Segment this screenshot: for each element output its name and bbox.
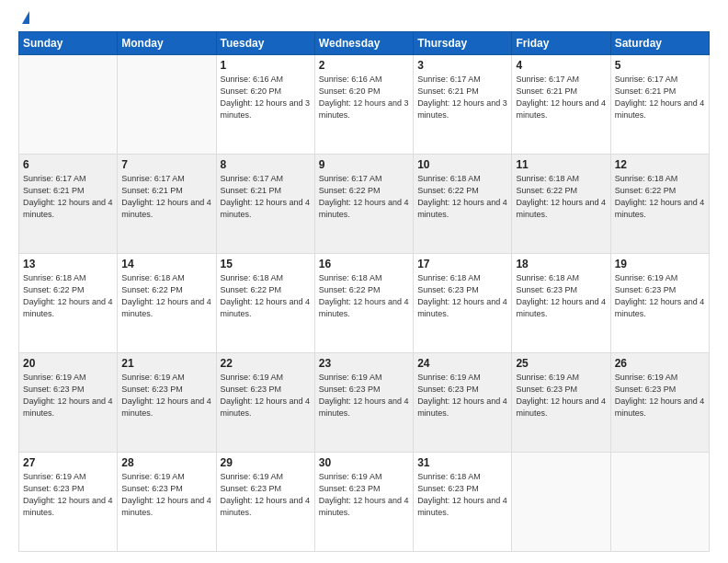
day-number: 2 — [319, 59, 409, 72]
day-info: Sunrise: 6:18 AM Sunset: 6:22 PM Dayligh… — [121, 272, 211, 320]
logo-triangle-icon — [22, 11, 29, 24]
weekday-header-wednesday: Wednesday — [314, 32, 413, 55]
weekday-header-tuesday: Tuesday — [216, 32, 314, 55]
logo — [18, 15, 29, 24]
day-number: 15 — [221, 258, 311, 270]
day-number: 22 — [221, 357, 311, 370]
calendar-cell: 20Sunrise: 6:19 AM Sunset: 6:23 PM Dayli… — [19, 353, 118, 453]
calendar-cell: 7Sunrise: 6:17 AM Sunset: 6:21 PM Daylig… — [118, 155, 216, 254]
day-info: Sunrise: 6:18 AM Sunset: 6:23 PM Dayligh… — [417, 272, 507, 320]
day-number: 28 — [121, 456, 211, 469]
day-info: Sunrise: 6:16 AM Sunset: 6:20 PM Dayligh… — [319, 74, 409, 121]
day-info: Sunrise: 6:18 AM Sunset: 6:22 PM Dayligh… — [516, 173, 606, 221]
day-info: Sunrise: 6:19 AM Sunset: 6:23 PM Dayligh… — [319, 471, 409, 519]
day-info: Sunrise: 6:17 AM Sunset: 6:21 PM Dayligh… — [221, 173, 311, 221]
day-number: 13 — [23, 258, 113, 270]
day-info: Sunrise: 6:19 AM Sunset: 6:23 PM Dayligh… — [221, 372, 311, 419]
day-info: Sunrise: 6:17 AM Sunset: 6:22 PM Dayligh… — [319, 173, 409, 221]
day-number: 25 — [516, 357, 606, 370]
weekday-header-friday: Friday — [512, 32, 610, 55]
calendar-cell: 17Sunrise: 6:18 AM Sunset: 6:23 PM Dayli… — [414, 254, 512, 353]
calendar-cell: 9Sunrise: 6:17 AM Sunset: 6:22 PM Daylig… — [314, 155, 413, 254]
day-number: 11 — [516, 158, 606, 171]
calendar-cell: 24Sunrise: 6:19 AM Sunset: 6:23 PM Dayli… — [414, 353, 512, 453]
day-info: Sunrise: 6:19 AM Sunset: 6:23 PM Dayligh… — [23, 372, 113, 419]
day-number: 1 — [221, 59, 311, 72]
day-number: 17 — [417, 258, 507, 270]
day-number: 31 — [417, 456, 507, 469]
calendar-cell: 23Sunrise: 6:19 AM Sunset: 6:23 PM Dayli… — [314, 353, 413, 453]
day-number: 24 — [417, 357, 507, 370]
day-info: Sunrise: 6:19 AM Sunset: 6:23 PM Dayligh… — [221, 471, 311, 519]
day-info: Sunrise: 6:18 AM Sunset: 6:22 PM Dayligh… — [417, 173, 507, 221]
weekday-header-row: SundayMondayTuesdayWednesdayThursdayFrid… — [19, 32, 710, 55]
day-info: Sunrise: 6:19 AM Sunset: 6:23 PM Dayligh… — [23, 471, 113, 519]
day-info: Sunrise: 6:17 AM Sunset: 6:21 PM Dayligh… — [417, 74, 507, 121]
weekday-header-saturday: Saturday — [610, 32, 709, 55]
calendar-cell — [610, 453, 709, 552]
weekday-header-sunday: Sunday — [19, 32, 118, 55]
calendar-cell: 13Sunrise: 6:18 AM Sunset: 6:22 PM Dayli… — [19, 254, 118, 353]
day-info: Sunrise: 6:16 AM Sunset: 6:20 PM Dayligh… — [221, 74, 311, 121]
day-number: 18 — [516, 258, 606, 270]
day-info: Sunrise: 6:17 AM Sunset: 6:21 PM Dayligh… — [23, 173, 113, 221]
day-number: 14 — [121, 258, 211, 270]
calendar-cell: 31Sunrise: 6:18 AM Sunset: 6:23 PM Dayli… — [414, 453, 512, 552]
day-number: 29 — [221, 456, 311, 469]
calendar-cell: 2Sunrise: 6:16 AM Sunset: 6:20 PM Daylig… — [314, 55, 413, 155]
calendar-cell: 21Sunrise: 6:19 AM Sunset: 6:23 PM Dayli… — [118, 353, 216, 453]
day-number: 4 — [516, 59, 606, 72]
calendar-table: SundayMondayTuesdayWednesdayThursdayFrid… — [18, 31, 710, 552]
day-number: 20 — [23, 357, 113, 370]
day-info: Sunrise: 6:19 AM Sunset: 6:23 PM Dayligh… — [121, 372, 211, 419]
day-number: 10 — [417, 158, 507, 171]
day-info: Sunrise: 6:18 AM Sunset: 6:22 PM Dayligh… — [23, 272, 113, 320]
calendar-cell: 22Sunrise: 6:19 AM Sunset: 6:23 PM Dayli… — [216, 353, 314, 453]
calendar-cell: 27Sunrise: 6:19 AM Sunset: 6:23 PM Dayli… — [19, 453, 118, 552]
day-number: 5 — [615, 59, 705, 72]
day-number: 21 — [121, 357, 211, 370]
day-number: 26 — [615, 357, 705, 370]
calendar-cell: 3Sunrise: 6:17 AM Sunset: 6:21 PM Daylig… — [414, 55, 512, 155]
calendar-cell: 15Sunrise: 6:18 AM Sunset: 6:22 PM Dayli… — [216, 254, 314, 353]
page: SundayMondayTuesdayWednesdayThursdayFrid… — [0, 0, 728, 563]
day-info: Sunrise: 6:19 AM Sunset: 6:23 PM Dayligh… — [121, 471, 211, 519]
day-info: Sunrise: 6:18 AM Sunset: 6:23 PM Dayligh… — [417, 471, 507, 519]
calendar-cell: 18Sunrise: 6:18 AM Sunset: 6:23 PM Dayli… — [512, 254, 610, 353]
calendar-week-row: 1Sunrise: 6:16 AM Sunset: 6:20 PM Daylig… — [19, 55, 710, 155]
day-number: 19 — [615, 258, 705, 270]
day-number: 27 — [23, 456, 113, 469]
day-number: 7 — [121, 158, 211, 171]
weekday-header-monday: Monday — [118, 32, 216, 55]
calendar-cell — [118, 55, 216, 155]
calendar-cell: 19Sunrise: 6:19 AM Sunset: 6:23 PM Dayli… — [610, 254, 709, 353]
day-number: 23 — [319, 357, 409, 370]
calendar-week-row: 6Sunrise: 6:17 AM Sunset: 6:21 PM Daylig… — [19, 155, 710, 254]
weekday-header-thursday: Thursday — [414, 32, 512, 55]
day-info: Sunrise: 6:17 AM Sunset: 6:21 PM Dayligh… — [516, 74, 606, 121]
day-number: 9 — [319, 158, 409, 171]
calendar-cell: 8Sunrise: 6:17 AM Sunset: 6:21 PM Daylig… — [216, 155, 314, 254]
calendar-cell: 25Sunrise: 6:19 AM Sunset: 6:23 PM Dayli… — [512, 353, 610, 453]
day-number: 30 — [319, 456, 409, 469]
day-info: Sunrise: 6:19 AM Sunset: 6:23 PM Dayligh… — [516, 372, 606, 419]
day-number: 8 — [221, 158, 311, 171]
calendar-cell: 28Sunrise: 6:19 AM Sunset: 6:23 PM Dayli… — [118, 453, 216, 552]
day-info: Sunrise: 6:17 AM Sunset: 6:21 PM Dayligh… — [615, 74, 705, 121]
calendar-week-row: 20Sunrise: 6:19 AM Sunset: 6:23 PM Dayli… — [19, 353, 710, 453]
calendar-cell: 29Sunrise: 6:19 AM Sunset: 6:23 PM Dayli… — [216, 453, 314, 552]
calendar-cell: 6Sunrise: 6:17 AM Sunset: 6:21 PM Daylig… — [19, 155, 118, 254]
calendar-cell: 14Sunrise: 6:18 AM Sunset: 6:22 PM Dayli… — [118, 254, 216, 353]
day-info: Sunrise: 6:19 AM Sunset: 6:23 PM Dayligh… — [615, 372, 705, 419]
day-info: Sunrise: 6:17 AM Sunset: 6:21 PM Dayligh… — [121, 173, 211, 221]
calendar-cell: 1Sunrise: 6:16 AM Sunset: 6:20 PM Daylig… — [216, 55, 314, 155]
day-info: Sunrise: 6:19 AM Sunset: 6:23 PM Dayligh… — [417, 372, 507, 419]
calendar-cell: 11Sunrise: 6:18 AM Sunset: 6:22 PM Dayli… — [512, 155, 610, 254]
day-number: 16 — [319, 258, 409, 270]
day-info: Sunrise: 6:19 AM Sunset: 6:23 PM Dayligh… — [319, 372, 409, 419]
day-info: Sunrise: 6:18 AM Sunset: 6:23 PM Dayligh… — [516, 272, 606, 320]
day-info: Sunrise: 6:19 AM Sunset: 6:23 PM Dayligh… — [615, 272, 705, 320]
day-number: 3 — [417, 59, 507, 72]
calendar-cell — [512, 453, 610, 552]
day-info: Sunrise: 6:18 AM Sunset: 6:22 PM Dayligh… — [319, 272, 409, 320]
